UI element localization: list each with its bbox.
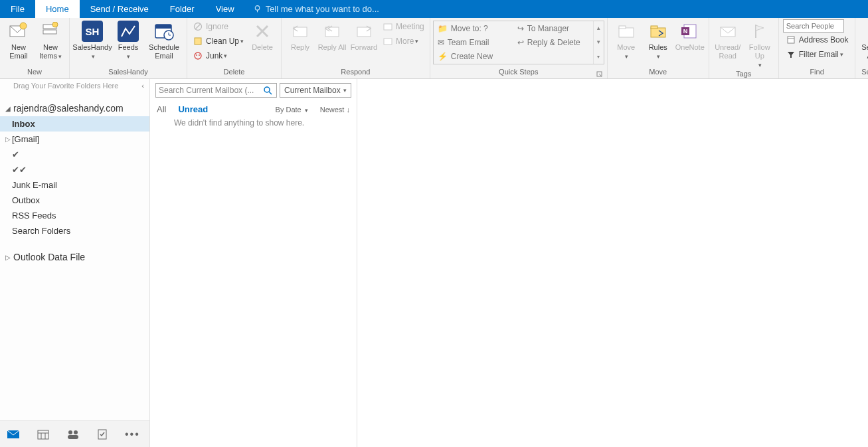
new-items-icon <box>40 21 61 42</box>
svg-rect-44 <box>38 430 48 439</box>
qs-team-email[interactable]: ✉Team Email <box>434 35 513 49</box>
move-folder-icon <box>616 21 637 42</box>
send-receive-all-button[interactable]: Send/Receive All Folders <box>858 19 868 60</box>
flag-icon <box>749 21 770 42</box>
folder-outbox[interactable]: Outbox <box>0 193 149 208</box>
nav-people-icon[interactable] <box>66 429 80 440</box>
svg-rect-32 <box>651 28 665 37</box>
ignore-button[interactable]: Ignore <box>190 19 246 34</box>
folder-search-folders[interactable]: Search Folders <box>0 223 149 238</box>
expand-icon: ▷ <box>5 254 12 261</box>
data-file-node[interactable]: ▷ Outlook Data File <box>0 249 149 265</box>
qs-create-new[interactable]: ⚡Create New <box>434 50 513 64</box>
svg-point-48 <box>68 430 72 434</box>
nav-more-icon[interactable]: ••• <box>125 428 140 440</box>
reading-pane <box>357 79 868 447</box>
svg-text:N: N <box>683 28 687 35</box>
saleshandy-button[interactable]: SH SalesHandy▾ <box>72 19 112 61</box>
move-button[interactable]: Move▾ <box>610 19 642 61</box>
more-respond-button[interactable]: More▾ <box>380 34 427 48</box>
message-list-pane: Search Current Mailbox (... Current Mail… <box>150 79 357 447</box>
filter-email-button[interactable]: Filter Email▾ <box>783 47 851 62</box>
search-mailbox-input[interactable]: Search Current Mailbox (... <box>155 83 277 98</box>
unread-read-button[interactable]: Unread/ Read <box>712 19 744 60</box>
tab-view[interactable]: View <box>205 0 245 18</box>
nav-mail-icon[interactable] <box>7 429 20 440</box>
quick-steps-gallery: 📁Move to: ? ✉Team Email ⚡Create New ↪To … <box>433 21 604 64</box>
nav-calendar-icon[interactable] <box>37 429 49 440</box>
nav-bar: ••• <box>0 420 149 447</box>
junk-button[interactable]: Junk▾ <box>190 48 246 63</box>
qs-to-manager[interactable]: ↪To Manager <box>513 21 593 35</box>
nav-tasks-icon[interactable] <box>97 428 108 440</box>
meeting-button[interactable]: Meeting <box>380 19 427 34</box>
to-manager-icon: ↪ <box>517 24 524 33</box>
account-node[interactable]: ◢ rajendra@saleshandy.com <box>0 100 149 116</box>
folder-gmail[interactable]: ▷[Gmail] <box>0 132 149 147</box>
onenote-button[interactable]: N OneNote <box>674 19 706 52</box>
search-people-input[interactable] <box>783 19 844 33</box>
group-label-quicksteps: Quick Steps <box>433 68 604 78</box>
sort-by-date[interactable]: By Date ▾ <box>276 106 308 114</box>
group-label-tags: Tags <box>712 70 776 78</box>
qs-move-to[interactable]: 📁Move to: ? <box>434 21 513 35</box>
qs-reply-delete[interactable]: ↩Reply & Delete <box>513 35 593 49</box>
empty-message: We didn't find anything to show here. <box>155 118 351 128</box>
group-find: Address Book Filter Email▾ Find <box>779 18 856 78</box>
group-quick-steps: 📁Move to: ? ✉Team Email ⚡Create New ↪To … <box>430 18 608 78</box>
expand-icon: ▷ <box>5 135 12 143</box>
svg-point-18 <box>195 52 201 59</box>
tab-send-receive[interactable]: Send / Receive <box>80 0 159 18</box>
sort-newest[interactable]: Newest ↓ <box>320 106 350 114</box>
svg-point-52 <box>264 87 270 92</box>
new-items-button[interactable]: New Items▾ <box>35 19 66 61</box>
svg-rect-50 <box>68 435 78 439</box>
rules-button[interactable]: Rules▾ <box>642 19 674 61</box>
svg-point-0 <box>255 6 260 11</box>
delete-button[interactable]: Delete <box>246 19 278 52</box>
folder-inbox[interactable]: Inbox <box>0 116 149 132</box>
tab-file[interactable]: File <box>0 0 35 18</box>
svg-point-6 <box>52 22 58 27</box>
schedule-email-button[interactable]: Schedule Email <box>144 19 184 60</box>
meeting-icon <box>383 21 393 32</box>
tab-folder[interactable]: Folder <box>159 0 205 18</box>
folder-move-icon: 📁 <box>438 24 448 33</box>
forward-button[interactable]: Forward <box>348 19 380 52</box>
reply-button[interactable]: Reply <box>284 19 316 52</box>
tab-home[interactable]: Home <box>35 0 80 18</box>
follow-up-button[interactable]: Follow Up▾ <box>744 19 776 70</box>
svg-point-3 <box>20 23 27 29</box>
address-book-button[interactable]: Address Book <box>783 33 851 47</box>
group-label-sr: Send/Receive <box>858 68 868 78</box>
reply-delete-icon: ↩ <box>517 38 524 47</box>
tell-me-search[interactable]: Tell me what you want to do... <box>245 0 387 18</box>
group-label-find: Find <box>782 68 853 78</box>
feeds-button[interactable]: Feeds▾ <box>112 19 144 61</box>
reply-all-icon <box>321 21 343 42</box>
qs-scroll-down[interactable]: ▼ <box>594 35 604 49</box>
reply-all-button[interactable]: Reply All <box>316 19 348 52</box>
filter-all[interactable]: All <box>157 104 166 114</box>
folder-junk[interactable]: Junk E-mail <box>0 177 149 193</box>
filter-unread[interactable]: Unread <box>178 104 208 114</box>
svg-rect-11 <box>155 25 171 29</box>
search-scope-dropdown[interactable]: Current Mailbox▾ <box>280 83 351 98</box>
clean-up-button[interactable]: Clean Up▾ <box>190 34 246 48</box>
new-email-button[interactable]: New Email <box>3 19 35 60</box>
double-check-icon: ✔✔ <box>12 165 27 175</box>
svg-point-49 <box>74 430 78 434</box>
folder-check-double[interactable]: ✔✔ <box>0 162 149 177</box>
folder-check-single[interactable]: ✔ <box>0 147 149 162</box>
svg-text:SH: SH <box>86 26 100 37</box>
search-icon[interactable] <box>263 86 272 95</box>
qs-scroll-up[interactable]: ▲ <box>594 21 604 35</box>
qs-expand[interactable]: ▾ <box>594 50 604 64</box>
svg-rect-23 <box>294 27 307 37</box>
folder-rss[interactable]: RSS Feeds <box>0 208 149 223</box>
address-book-icon <box>786 35 796 45</box>
svg-rect-5 <box>43 30 56 34</box>
dialog-launcher-icon[interactable] <box>596 71 603 78</box>
more-icon <box>383 36 393 46</box>
collapse-favorites-icon[interactable]: ‹ <box>141 82 144 90</box>
